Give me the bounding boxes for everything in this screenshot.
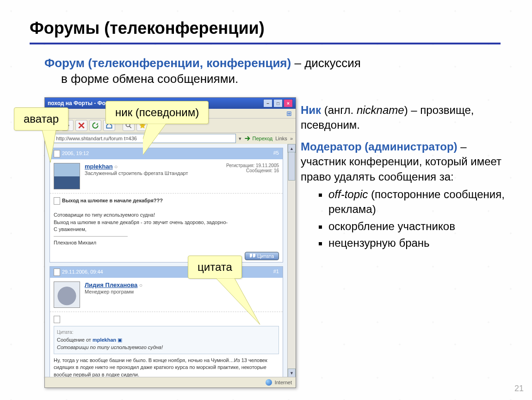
browser-viewport: 2006, 19:12 #5 mplekhan ○ Заслуженный ст… [45,144,288,377]
maximize-button[interactable]: □ [273,99,283,107]
browser-statusbar: Internet [45,377,296,388]
slide: Форумы (телеконференции) Форум (телеконф… [0,0,532,400]
stop-button[interactable] [75,120,87,131]
intro-term: Форум (телеконференции, конференция) [44,56,291,70]
quote-button[interactable]: Цитата [245,252,279,260]
avatar[interactable] [54,281,80,308]
note-icon [54,197,60,205]
refresh-button[interactable] [89,120,101,131]
go-arrow-icon [244,135,251,142]
scroll-thumb[interactable] [288,152,295,181]
user-status-dot: ○ [114,163,118,170]
definition-nick: Ник (англ. nickname) – прозвище, псевдон… [301,103,513,133]
post-number: #1 [273,269,279,276]
slide-title: Форумы (телеконференции) [30,19,265,38]
user-title: Заслуженный строитель фрегата Штандарт [85,170,188,176]
close-button[interactable]: × [284,99,293,107]
username-link[interactable]: Лидия Плеханова [85,281,137,288]
callout-pointer-icon [37,130,65,167]
post-header: 29.11.2006, 09:44 #1 [50,267,283,278]
post-icon [54,269,60,276]
address-dropdown[interactable]: ▾ [239,136,241,142]
bullet-profanity: нецензурную брань [328,236,513,250]
definition-moderator: Модератор (администратор) – участник кон… [301,139,513,251]
user-registration: Регистрация: 19.11.2005 Сообщения: 16 [226,163,279,189]
links-chevron[interactable]: » [290,136,293,141]
minimize-button[interactable]: – [263,99,272,107]
scroll-down-button[interactable]: ▼ [288,369,296,377]
go-button[interactable]: Переход [244,135,272,142]
windows-logo-icon: ⊞ [286,110,292,117]
title-underline [30,43,501,44]
post-content: Выход на шлюпке в начале декабря??? Сото… [50,194,283,250]
links-label[interactable]: Links [275,136,287,141]
intro-paragraph: Форум (телеконференции, конференция) – д… [44,56,489,87]
bullet-offtopic: off-topic (посторонние сообщения, реклам… [328,187,513,217]
quote-icon [250,254,255,258]
callout-quote: цитата [188,256,242,279]
view-post-icon[interactable]: ▣ [118,337,122,343]
post-number: #5 [273,150,279,157]
user-status-dot: ○ [139,282,142,288]
username-link[interactable]: mplekhan [85,163,113,170]
bullet-insult: оскорбление участников [328,219,513,234]
signature: Плеханов Михаил [54,240,96,245]
definitions-column: Ник (англ. nickname) – прозвище, псевдон… [301,103,513,257]
callout-pointer-icon [143,124,180,170]
note-icon [54,316,60,323]
quoted-block: Цитата: Сообщение от mplekhan ▣ Сотовари… [54,326,279,354]
window-title: поход на Форты - Фор [48,100,109,106]
callout-avatar: аватар [14,107,68,131]
vertical-scrollbar[interactable]: ▲ ▼ [287,144,296,377]
page-number: 21 [514,384,524,394]
internet-zone-icon [266,379,272,386]
moderator-bullets: off-topic (посторонние сообщения, реклам… [301,187,513,251]
callout-pointer-icon [207,278,262,329]
user-title: Менеджер программ [85,289,134,294]
callout-nick: ник (псевдоним) [105,101,209,124]
